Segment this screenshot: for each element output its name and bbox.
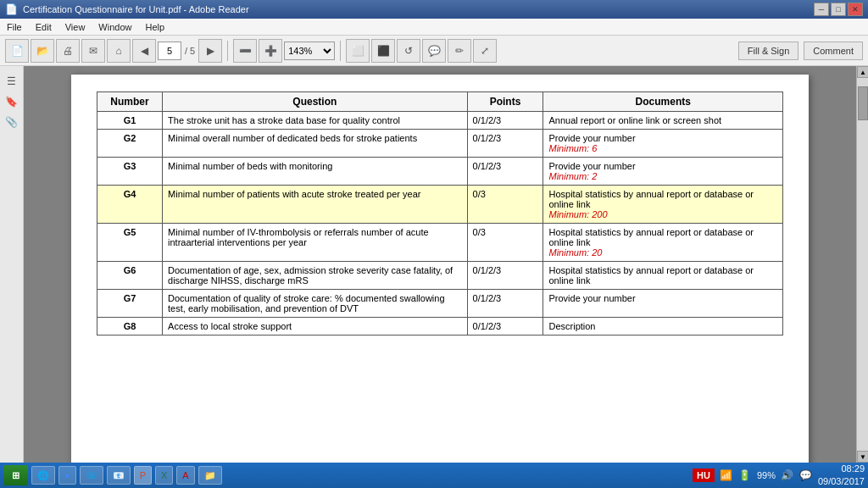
minimum-value: Minimum: 2 <box>548 171 597 181</box>
new-button[interactable]: 📄 <box>5 39 29 63</box>
window-controls: ─ □ ✕ <box>814 3 863 16</box>
cell-question: Minimal number of IV-thrombolysis or ref… <box>163 224 468 262</box>
scroll-down-button[interactable]: ▼ <box>857 451 868 463</box>
header-number: Number <box>97 92 163 112</box>
taskbar-acrobat[interactable]: A <box>176 466 194 485</box>
table-row: G8Access to local stroke support0/1/2/3D… <box>97 318 783 336</box>
menu-bar: File Edit View Window Help <box>0 19 868 36</box>
cell-points: 0/1/2/3 <box>467 290 543 318</box>
close-button[interactable]: ✕ <box>848 3 863 16</box>
header-points: Points <box>467 92 543 112</box>
table-row: G7Documentation of quality of stroke car… <box>97 290 783 318</box>
taskbar-skype[interactable]: ☏ <box>80 466 103 485</box>
toolbar-sep-2 <box>340 41 341 61</box>
cell-number: G1 <box>97 112 163 130</box>
vertical-scrollbar[interactable]: ▲ ▼ <box>856 66 868 463</box>
taskbar: ⊞ 🌐 ● ☏ 📧 P X A 📁 HU 📶 🔋 99% 🔊 💬 08:29 0… <box>0 463 868 488</box>
comment-tool-button[interactable]: 💬 <box>422 39 446 63</box>
minimum-value: Minimum: 6 <box>548 143 597 153</box>
minimize-button[interactable]: ─ <box>814 3 829 16</box>
page-separator: / 5 <box>183 46 197 56</box>
cell-question: The stroke unit has a stroke data base f… <box>163 112 468 130</box>
menu-help[interactable]: Help <box>145 22 164 32</box>
cell-question: Minimal number of beds with monitoring <box>163 158 468 186</box>
taskbar-ppt[interactable]: P <box>134 466 152 485</box>
cell-documents: Description <box>543 318 783 336</box>
page-number-input[interactable] <box>158 42 181 60</box>
print-button[interactable]: 🖨 <box>56 39 80 63</box>
acrobat-icon: A <box>182 470 188 480</box>
cell-points: 0/1/2/3 <box>467 130 543 158</box>
header-documents: Documents <box>543 92 783 112</box>
cell-points: 0/3 <box>467 186 543 224</box>
outlook-icon: 📧 <box>113 470 125 481</box>
cell-points: 0/1/2/3 <box>467 158 543 186</box>
fill-sign-button[interactable]: Fill & Sign <box>738 42 799 60</box>
cell-number: G3 <box>97 158 163 186</box>
expand-button[interactable]: ⤢ <box>473 39 497 63</box>
menu-edit[interactable]: Edit <box>36 22 52 32</box>
taskbar-excel[interactable]: X <box>155 466 173 485</box>
cell-documents: Annual report or online link or screen s… <box>543 112 783 130</box>
zoom-out-button[interactable]: ➖ <box>233 39 257 63</box>
prev-page-button[interactable]: ◀ <box>132 39 156 63</box>
home-button[interactable]: ⌂ <box>107 39 131 63</box>
fit-width-button[interactable]: ⬛ <box>371 39 395 63</box>
pdf-content-area: Number Question Points Documents G1The s… <box>24 66 856 463</box>
start-button[interactable]: ⊞ <box>3 465 28 485</box>
sidebar-nav-icon[interactable]: ☰ <box>3 73 20 90</box>
stamp-button[interactable]: ✏ <box>448 39 471 63</box>
tray-network-icon[interactable]: 📶 <box>720 469 733 482</box>
menu-file[interactable]: File <box>7 22 22 32</box>
cell-points: 0/3 <box>467 224 543 262</box>
tray-volume-icon[interactable]: 🔊 <box>781 469 794 482</box>
cell-number: G5 <box>97 224 163 262</box>
sidebar-attachment-icon[interactable]: 📎 <box>3 114 20 130</box>
main-area: ☰ 🔖 📎 Number Question Points Documents G… <box>0 66 868 463</box>
open-button[interactable]: 📂 <box>31 39 54 63</box>
menu-window[interactable]: Window <box>98 22 131 32</box>
language-indicator[interactable]: HU <box>693 469 715 482</box>
maximize-button[interactable]: □ <box>831 3 846 16</box>
cell-documents: Provide your numberMinimum: 2 <box>543 158 783 186</box>
taskbar-chrome[interactable]: ● <box>58 466 76 485</box>
email-button[interactable]: ✉ <box>81 39 105 63</box>
cell-question: Documentation of age, sex, admission str… <box>163 262 468 290</box>
rotate-button[interactable]: ↺ <box>397 39 420 63</box>
toolbar: 📄 📂 🖨 ✉ ⌂ ◀ / 5 ▶ ➖ ➕ 143% ⬜ ⬛ ↺ 💬 ✏ ⤢ F… <box>0 36 868 66</box>
cell-documents: Hospital statistics by annual report or … <box>543 186 783 224</box>
taskbar-explorer[interactable]: 📁 <box>198 466 222 485</box>
cell-documents: Hospital statistics by annual report or … <box>543 262 783 290</box>
taskbar-outlook[interactable]: 📧 <box>107 466 131 485</box>
header-question: Question <box>163 92 468 112</box>
fit-page-button[interactable]: ⬜ <box>346 39 370 63</box>
tray-message-icon[interactable]: 💬 <box>799 469 813 482</box>
excel-icon: X <box>161 470 167 480</box>
clock-display: 08:29 09/03/2017 <box>818 463 865 488</box>
cell-number: G2 <box>97 130 163 158</box>
menu-view[interactable]: View <box>65 22 86 32</box>
scroll-thumb[interactable] <box>858 86 868 120</box>
cell-question: Access to local stroke support <box>163 318 468 336</box>
tray-battery-icon[interactable]: 🔋 <box>738 469 752 482</box>
cell-documents: Hospital statistics by annual report or … <box>543 224 783 262</box>
zoom-in-button[interactable]: ➕ <box>259 39 282 63</box>
minimum-value: Minimum: 200 <box>548 209 607 219</box>
cell-documents: Provide your number <box>543 290 783 318</box>
certification-table: Number Question Points Documents G1The s… <box>97 92 783 336</box>
taskbar-ie[interactable]: 🌐 <box>31 466 55 485</box>
cell-question: Minimal number of patients with acute st… <box>163 186 468 224</box>
toolbar-sep-1 <box>227 41 228 61</box>
scroll-track[interactable] <box>857 78 868 451</box>
chrome-icon: ● <box>64 470 70 480</box>
left-sidebar: ☰ 🔖 📎 <box>0 66 24 463</box>
clock-date: 09/03/2017 <box>818 475 865 488</box>
scroll-up-button[interactable]: ▲ <box>857 66 868 78</box>
zoom-select[interactable]: 143% <box>284 42 335 60</box>
cell-question: Documentation of quality of stroke care:… <box>163 290 468 318</box>
sidebar-bookmark-icon[interactable]: 🔖 <box>3 93 20 110</box>
comment-button[interactable]: Comment <box>804 42 863 60</box>
table-row: G4Minimal number of patients with acute … <box>97 186 783 224</box>
next-page-button[interactable]: ▶ <box>198 39 222 63</box>
table-row: G2Minimal overall number of dedicated be… <box>97 130 783 158</box>
